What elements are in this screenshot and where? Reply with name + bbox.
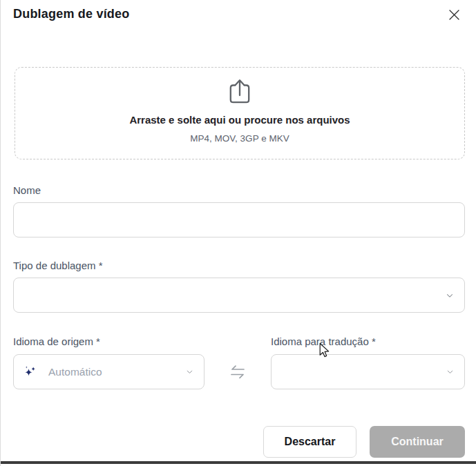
dubbing-type-select[interactable] <box>13 278 465 313</box>
name-label: Nome <box>13 184 41 196</box>
source-language-select[interactable]: Automático <box>13 354 204 389</box>
source-language-label: Idioma de origem * <box>13 336 100 347</box>
chevron-down-icon <box>185 367 194 376</box>
chevron-down-icon <box>446 367 455 376</box>
file-dropzone[interactable]: Arraste e solte aqui ou procure nos arqu… <box>15 67 465 159</box>
discard-button[interactable]: Descartar <box>263 426 356 458</box>
chevron-down-icon <box>445 291 455 300</box>
close-button[interactable] <box>445 6 463 23</box>
upload-icon <box>226 77 254 106</box>
dropzone-formats-text: MP4, MOV, 3GP e MKV <box>190 133 289 144</box>
window-bottom-edge <box>1 461 476 464</box>
source-language-value: Automático <box>48 366 185 378</box>
close-icon <box>448 9 460 21</box>
swap-languages-button[interactable] <box>228 362 247 382</box>
target-language-select[interactable] <box>271 354 465 389</box>
sparkles-icon <box>23 365 37 379</box>
video-dubbing-modal: Dublagem de vídeo Arraste e solte aqui o… <box>0 0 476 466</box>
page-title: Dublagem de vídeo <box>13 7 129 21</box>
swap-arrows-icon <box>229 364 247 380</box>
dubbing-type-label: Tipo de dublagem * <box>13 260 103 271</box>
name-input[interactable] <box>13 202 465 237</box>
target-language-label: Idioma para tradução * <box>271 336 376 347</box>
dropzone-main-text: Arraste e solte aqui ou procure nos arqu… <box>129 114 350 126</box>
continue-button[interactable]: Continuar <box>370 426 465 458</box>
